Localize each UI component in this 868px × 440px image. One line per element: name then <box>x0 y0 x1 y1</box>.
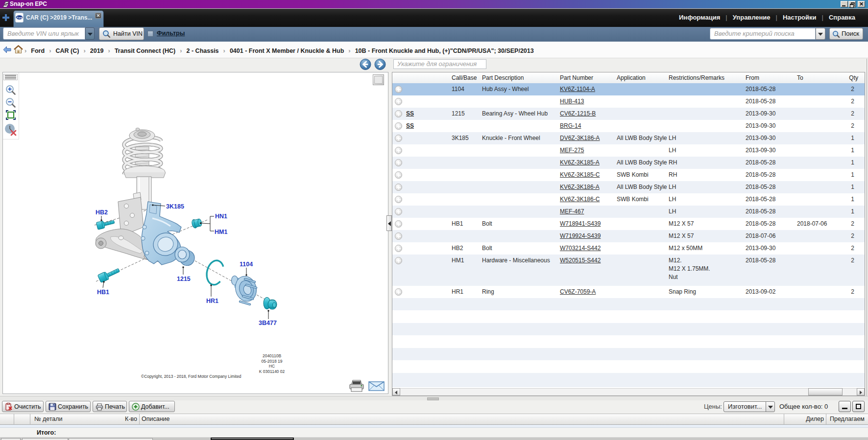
svg-text:HN1: HN1 <box>215 213 227 220</box>
svg-text:HB1: HB1 <box>97 289 109 296</box>
svg-text:3B477: 3B477 <box>259 320 277 326</box>
svg-text:Ford: Ford <box>17 16 23 19</box>
svg-text:HM1: HM1 <box>215 229 227 235</box>
svg-text:1104: 1104 <box>240 261 253 268</box>
svg-text:3K185: 3K185 <box>166 203 184 210</box>
svg-text:HR1: HR1 <box>206 298 218 304</box>
svg-text:1215: 1215 <box>177 276 191 282</box>
svg-text:HB2: HB2 <box>96 209 108 216</box>
